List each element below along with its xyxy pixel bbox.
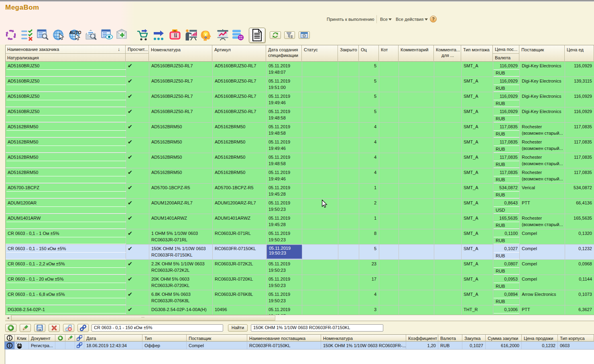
svg-text:*: * [16, 342, 17, 345]
svg-text:OK: OK [38, 329, 41, 331]
